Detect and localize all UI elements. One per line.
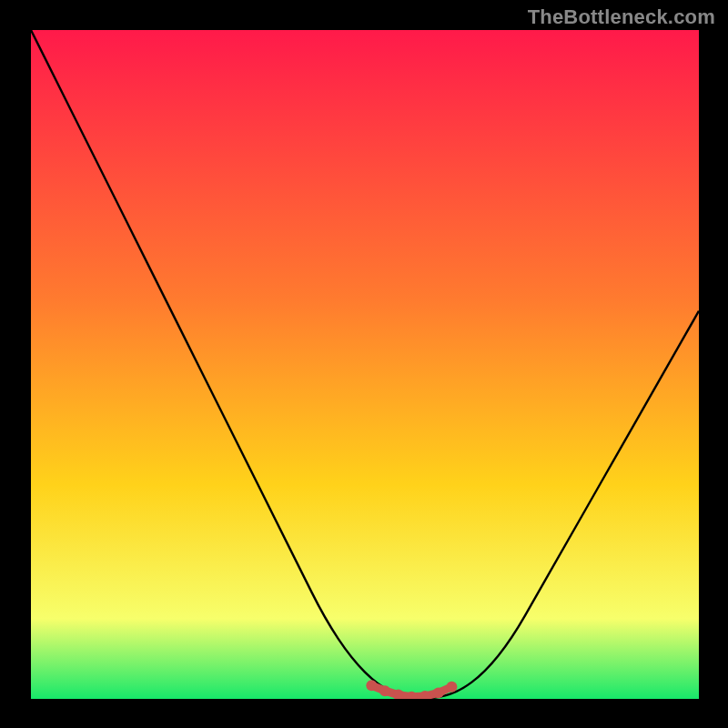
plot-svg (31, 30, 699, 699)
optimal-range-dot (366, 680, 377, 691)
chart-frame: TheBottleneck.com (0, 0, 728, 728)
bottleneck-plot (31, 30, 699, 699)
optimal-range-dot (446, 682, 457, 693)
watermark-text: TheBottleneck.com (528, 5, 715, 29)
optimal-range-dot (433, 687, 444, 698)
gradient-background (31, 30, 699, 699)
optimal-range-dot (379, 685, 390, 696)
